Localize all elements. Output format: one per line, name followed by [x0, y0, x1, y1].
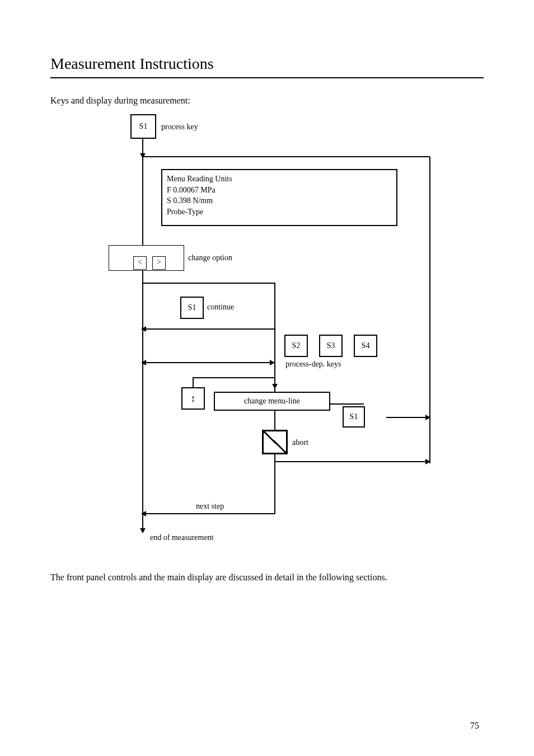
lcd-line1: Menu Reading Units: [167, 173, 392, 185]
end-label: end of measurement: [150, 533, 251, 543]
intro-text: Keys and display during measurement:: [50, 95, 484, 106]
continue-key-s1: S1: [180, 297, 204, 319]
abort-step: [262, 430, 288, 454]
abort-label: abort: [292, 438, 320, 448]
chevron-right-icon: >: [152, 256, 166, 270]
chevron-left-icon: <: [133, 256, 147, 270]
menu-end-key-s1: S1: [343, 406, 365, 428]
process-key-s2: S2: [284, 335, 308, 357]
lcd-line4: Probe-Type: [167, 206, 392, 218]
page-title: Measurement Instructions: [50, 55, 484, 73]
process-key-s1: S1: [130, 114, 156, 139]
process-key-label: process key: [161, 122, 212, 132]
change-option-label: change option: [188, 253, 250, 263]
flow-diagram: S1 process key Menu Reading Units F 0.00…: [84, 113, 431, 555]
continue-key-label: continue: [207, 302, 246, 312]
lcd-line3: S 0.398 N/mm: [167, 195, 392, 206]
process-key-s3: S3: [319, 335, 343, 357]
page-number: 75: [470, 720, 479, 731]
process-key-s4: S4: [354, 335, 377, 357]
change-menu-box: change menu-line: [214, 392, 330, 411]
next-step-label: next step: [196, 501, 241, 511]
lcd-line2: F 0.00067 MPa: [167, 185, 392, 196]
menu-updown-key: ↕: [181, 387, 205, 410]
outro-text: The front panel controls and the main di…: [50, 572, 484, 583]
title-rule: [50, 77, 484, 78]
lcd-display: Menu Reading Units F 0.00067 MPa S 0.398…: [161, 169, 397, 226]
slash-icon: [264, 431, 286, 453]
process-keys-label: process-dep. keys: [285, 359, 381, 369]
